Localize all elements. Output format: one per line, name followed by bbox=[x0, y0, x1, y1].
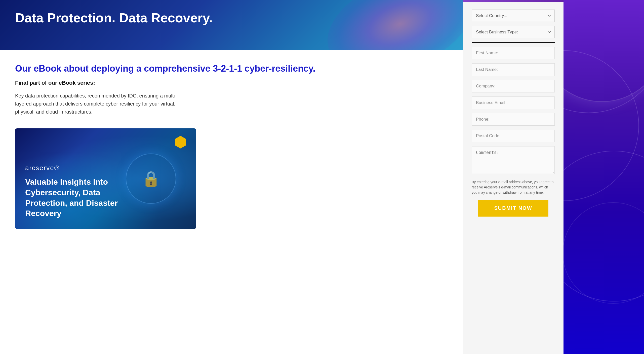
country-select[interactable]: Select Country.... United States United … bbox=[472, 10, 555, 22]
email-field[interactable] bbox=[472, 96, 555, 109]
description-text: Key data protection capabilities, recomm… bbox=[15, 92, 191, 116]
hero-banner: Data Protection. Data Recovery. bbox=[0, 0, 463, 50]
first-name-input[interactable] bbox=[472, 47, 555, 59]
phone-field[interactable] bbox=[472, 113, 555, 126]
form-panel: Select Country.... United States United … bbox=[463, 0, 564, 354]
comments-textarea[interactable] bbox=[472, 146, 555, 174]
ebook-image-title: Valuable Insights Into Cybersecurity, Da… bbox=[25, 177, 126, 219]
first-name-field[interactable] bbox=[472, 47, 555, 59]
arcserve-brand: arcserve® bbox=[25, 164, 186, 172]
business-type-field[interactable]: Select Business Type: Enterprise SMB Gov… bbox=[472, 26, 555, 38]
form-container: Select Country.... United States United … bbox=[463, 2, 564, 227]
company-field[interactable] bbox=[472, 80, 555, 92]
business-type-select[interactable]: Select Business Type: Enterprise SMB Gov… bbox=[472, 26, 555, 38]
phone-input[interactable] bbox=[472, 113, 555, 126]
ebook-heading: Our eBook about deploying a comprehensiv… bbox=[15, 63, 448, 75]
left-panel: Data Protection. Data Recovery. Our eBoo… bbox=[0, 0, 463, 354]
comments-field[interactable] bbox=[472, 146, 555, 175]
disclaimer-text: By entering your e-mail address above, y… bbox=[472, 179, 555, 195]
swirl-decoration-3 bbox=[564, 151, 644, 301]
company-input[interactable] bbox=[472, 80, 555, 92]
ebook-image: arcserve® Valuable Insights Into Cyberse… bbox=[15, 128, 196, 229]
shield-icon bbox=[175, 136, 186, 148]
final-part-label: Final part of our eBook series: bbox=[15, 80, 448, 86]
hero-title: Data Protection. Data Recovery. bbox=[15, 10, 448, 26]
decorative-panel bbox=[564, 0, 644, 354]
last-name-field[interactable] bbox=[472, 63, 555, 76]
lock-circle-decoration bbox=[126, 154, 176, 204]
postal-input[interactable] bbox=[472, 130, 555, 142]
submit-button[interactable]: SUBMIT NOW bbox=[478, 200, 548, 217]
content-area: Our eBook about deploying a comprehensiv… bbox=[0, 50, 463, 241]
last-name-input[interactable] bbox=[472, 63, 555, 76]
country-field[interactable]: Select Country.... United States United … bbox=[472, 10, 555, 22]
form-divider bbox=[472, 42, 555, 43]
email-input[interactable] bbox=[472, 96, 555, 109]
postal-field[interactable] bbox=[472, 130, 555, 142]
top-accent-bar bbox=[463, 0, 564, 2]
